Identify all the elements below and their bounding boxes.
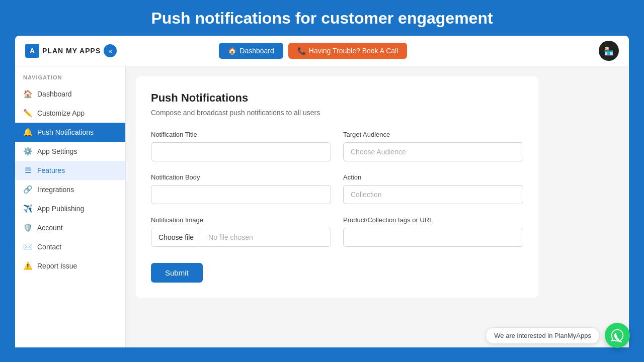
form-row-3: Notification Image Choose file No file c… (151, 216, 523, 247)
logo-text: PLAN MY APPS (42, 47, 101, 55)
action-group: Action (343, 173, 523, 204)
sidebar-item-label: Contact (37, 243, 61, 251)
whatsapp-tooltip: We are interested in PlanMyApps (486, 327, 600, 344)
form-row-2: Notification Body Action (151, 173, 523, 204)
app-body: NAVIGATION 🏠 Dashboard ✏️ Customize App … (15, 66, 629, 347)
push-notifications-card: Push Notifications Compose and broadcast… (136, 76, 538, 298)
sidebar-item-features[interactable]: ☰ Features (15, 161, 125, 180)
warning-icon: ⚠️ (23, 261, 32, 270)
notification-body-group: Notification Body (151, 173, 331, 204)
top-banner: Push notifications for customer engageme… (0, 0, 644, 36)
sidebar-item-customize-app[interactable]: ✏️ Customize App (15, 104, 125, 123)
pencil-icon: ✏️ (23, 109, 32, 118)
sidebar-item-label: Customize App (37, 109, 85, 117)
notification-title-input[interactable] (151, 142, 331, 161)
sidebar-item-report-issue[interactable]: ⚠️ Report Issue (15, 256, 125, 276)
product-collection-label: Product/Collection tags or URL (343, 216, 523, 224)
collapse-sidebar-button[interactable]: « (104, 44, 117, 57)
gear-icon: ⚙️ (23, 147, 32, 156)
sidebar-item-app-settings[interactable]: ⚙️ App Settings (15, 142, 125, 161)
sidebar-item-integrations[interactable]: 🔗 Integrations (15, 180, 125, 199)
shield-icon: 🛡️ (23, 223, 32, 232)
integrations-icon: 🔗 (23, 185, 32, 194)
sidebar-item-label: Features (37, 166, 65, 174)
submit-button[interactable]: Submit (151, 263, 203, 283)
sidebar-item-label: Dashboard (37, 90, 72, 98)
phone-icon: 📞 (297, 47, 306, 55)
file-name-display: No file chosen (201, 228, 331, 246)
choose-file-button[interactable]: Choose file (151, 228, 201, 246)
nav-label: NAVIGATION (15, 74, 125, 84)
notification-body-label: Notification Body (151, 173, 331, 181)
sidebar-item-contact[interactable]: ✉️ Contact (15, 237, 125, 256)
logo-icon: A (25, 44, 39, 58)
notification-title-group: Notification Title (151, 131, 331, 161)
app-header: A PLAN MY APPS « 🏠 Dashboard 📞 Having Tr… (15, 36, 629, 66)
logo-area: A PLAN MY APPS « (25, 44, 211, 58)
card-title: Push Notifications (151, 92, 523, 105)
target-audience-input[interactable] (343, 142, 523, 161)
user-avatar[interactable]: 🏪 (599, 41, 619, 61)
file-input-group: Choose file No file chosen (151, 228, 331, 247)
home-icon: 🏠 (23, 89, 32, 99)
form-row-1: Notification Title Target Audience (151, 131, 523, 161)
action-input[interactable] (343, 185, 523, 204)
sidebar-item-app-publishing[interactable]: ✈️ App Publishing (15, 199, 125, 218)
product-collection-group: Product/Collection tags or URL (343, 216, 523, 247)
sidebar-item-label: Account (37, 224, 63, 232)
banner-title: Push notifications for customer engageme… (0, 9, 644, 28)
notification-title-label: Notification Title (151, 131, 331, 138)
dashboard-button[interactable]: 🏠 Dashboard (219, 43, 283, 59)
target-audience-label: Target Audience (343, 131, 523, 138)
mail-icon: ✉️ (23, 242, 32, 251)
sidebar-item-label: Push Notifications (37, 128, 94, 136)
sidebar: NAVIGATION 🏠 Dashboard ✏️ Customize App … (15, 66, 126, 347)
header-nav-buttons: 🏠 Dashboard 📞 Having Trouble? Book A Cal… (219, 43, 591, 59)
book-call-button[interactable]: 📞 Having Trouble? Book A Call (288, 43, 407, 59)
sidebar-item-label: Report Issue (37, 262, 77, 270)
notification-image-group: Notification Image Choose file No file c… (151, 216, 331, 247)
sidebar-item-push-notifications[interactable]: 🔔 Push Notifications (15, 123, 125, 142)
home-icon: 🏠 (228, 47, 236, 55)
bell-icon: 🔔 (23, 128, 32, 137)
app-shell: A PLAN MY APPS « 🏠 Dashboard 📞 Having Tr… (15, 36, 629, 347)
list-icon: ☰ (23, 166, 32, 175)
notification-image-label: Notification Image (151, 216, 331, 224)
sidebar-item-label: App Settings (37, 147, 77, 155)
target-audience-group: Target Audience (343, 131, 523, 161)
product-collection-input[interactable] (343, 228, 523, 247)
whatsapp-button[interactable] (605, 323, 630, 348)
sidebar-item-dashboard[interactable]: 🏠 Dashboard (15, 84, 125, 104)
action-label: Action (343, 173, 523, 181)
main-content: Push Notifications Compose and broadcast… (126, 66, 629, 347)
sidebar-item-account[interactable]: 🛡️ Account (15, 218, 125, 237)
publish-icon: ✈️ (23, 204, 32, 213)
whatsapp-widget: We are interested in PlanMyApps (486, 323, 630, 348)
sidebar-item-label: Integrations (37, 186, 74, 194)
card-subtitle: Compose and broadcast push notifications… (151, 109, 523, 117)
sidebar-item-label: App Publishing (37, 205, 84, 213)
notification-body-input[interactable] (151, 185, 331, 204)
